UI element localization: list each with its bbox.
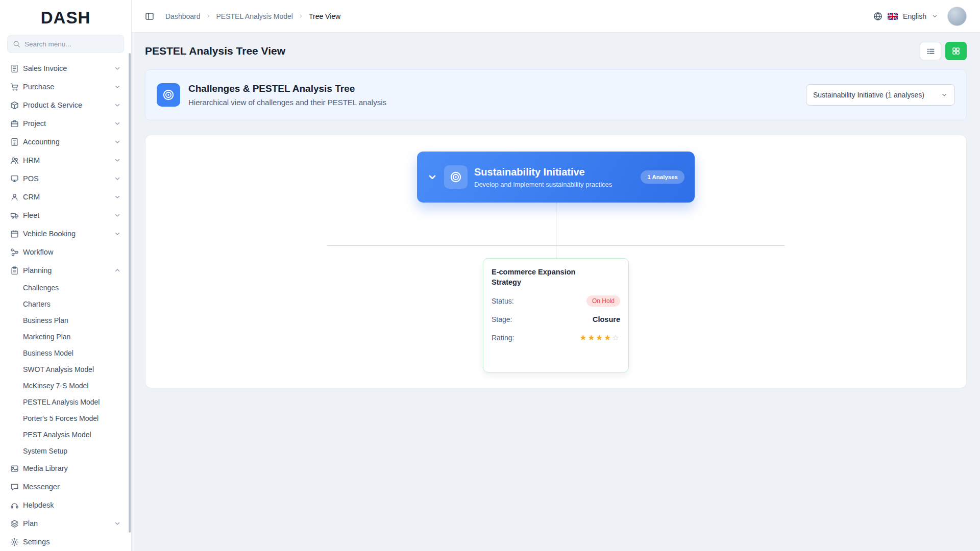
star-filled-icon: ★ (587, 333, 596, 342)
page-title: PESTEL Analysis Tree View (145, 45, 285, 57)
status-row: Status: On Hold (492, 295, 620, 307)
list-view-button[interactable] (920, 42, 941, 60)
sidebar-item-label: Accounting (23, 138, 60, 146)
sidebar-subitem-swot-analysis-model[interactable]: SWOT Analysis Model (4, 361, 127, 378)
sidebar-scrollbar[interactable] (129, 53, 131, 533)
rating-row: Rating: ★★★★☆ (492, 332, 620, 343)
sidebar-subitem-label: SWOT Analysis Model (23, 365, 94, 373)
sidebar-subitem-porter-s-5-forces-model[interactable]: Porter's 5 Forces Model (4, 410, 127, 427)
collapse-node-icon[interactable] (427, 172, 437, 182)
pos-icon (10, 174, 19, 183)
sidebar-item-planning[interactable]: Planning (4, 261, 127, 280)
page-content: PESTEL Analysis Tree View Challenges & P… (132, 33, 980, 551)
search-input[interactable] (24, 40, 118, 48)
sidebar-subitem-business-plan[interactable]: Business Plan (4, 312, 127, 329)
chevron-down-icon (114, 83, 121, 90)
sidebar-item-pos[interactable]: POS (4, 169, 127, 188)
analysis-select[interactable]: Sustainability Initiative (1 analyses) (806, 84, 955, 106)
sidebar-item-crm[interactable]: CRM (4, 188, 127, 206)
sidebar-subitem-label: Challenges (23, 284, 59, 292)
sidebar-subitem-pest-analysis-model[interactable]: PEST Analysis Model (4, 427, 127, 443)
node-title: Sustainability Initiative (474, 166, 612, 178)
breadcrumb-dashboard[interactable]: Dashboard (165, 12, 201, 20)
sidebar-item-sales-invoice[interactable]: Sales Invoice (4, 59, 127, 78)
search-icon (13, 40, 20, 48)
sidebar-item-label: POS (23, 174, 39, 183)
sidebar-item-label: CRM (23, 193, 40, 201)
sidebar-item-label: Planning (23, 266, 52, 274)
sidebar-item-helpdesk[interactable]: Helpdesk (4, 496, 127, 514)
sidebar: DASH Sales InvoicePurchaseProduct & Serv… (0, 0, 132, 551)
chevron-down-icon[interactable] (932, 13, 938, 19)
sidebar-subitem-charters[interactable]: Charters (4, 296, 127, 312)
sidebar-subitem-pestel-analysis-model[interactable]: PESTEL Analysis Model (4, 394, 127, 410)
sidebar-subitem-label: Marketing Plan (23, 333, 70, 341)
breadcrumb-pestel-analysis-model[interactable]: PESTEL Analysis Model (216, 12, 293, 20)
analysis-card-title: E-commerce Expansion Strategy (492, 267, 581, 287)
sidebar-item-purchase[interactable]: Purchase (4, 78, 127, 96)
sidebar-item-label: Product & Service (23, 101, 82, 109)
sidebar-item-label: Fleet (23, 211, 39, 219)
sidebar-item-plan[interactable]: Plan (4, 514, 127, 533)
chevron-right-icon (298, 13, 304, 19)
sidebar-subitem-label: Business Plan (23, 316, 68, 324)
tree-connector (556, 203, 556, 245)
chevron-down-icon (114, 120, 121, 127)
sidebar-subitem-mckinsey-7-s-model[interactable]: McKinsey 7-S Model (4, 378, 127, 394)
sidebar-subitem-label: Porter's 5 Forces Model (23, 414, 99, 422)
banner-text: Challenges & PESTEL Analysis Tree Hierar… (188, 83, 386, 107)
sidebar-subitem-business-model[interactable]: Business Model (4, 345, 127, 361)
status-badge: On Hold (586, 295, 620, 307)
analysis-card[interactable]: E-commerce Expansion Strategy Status: On… (483, 258, 629, 372)
sidebar-item-product-service[interactable]: Product & Service (4, 96, 127, 114)
sidebar-item-label: Settings (23, 538, 50, 546)
sidebar-subitem-system-setup[interactable]: System Setup (4, 443, 127, 459)
language-label[interactable]: English (903, 12, 926, 20)
chevron-down-icon (114, 138, 121, 145)
banner-subtitle: Hierarchical view of challenges and thei… (188, 98, 386, 107)
sidebar-item-fleet[interactable]: Fleet (4, 206, 127, 224)
chevron-up-icon (114, 267, 121, 274)
grid-view-button[interactable] (945, 42, 967, 60)
uk-flag-icon (888, 13, 898, 20)
page-header: PESTEL Analysis Tree View (145, 42, 967, 60)
sidebar-subitem-challenges[interactable]: Challenges (4, 280, 127, 296)
breadcrumb-tree-view: Tree View (309, 12, 340, 20)
sidebar-item-vehicle-booking[interactable]: Vehicle Booking (4, 224, 127, 243)
sidebar-subitem-marketing-plan[interactable]: Marketing Plan (4, 329, 127, 345)
app-logo: DASH (0, 0, 131, 34)
sidebar-item-project[interactable]: Project (4, 114, 127, 133)
chevron-down-icon (941, 91, 948, 98)
sidebar-item-label: Sales Invoice (23, 64, 67, 72)
sidebar-subitem-label: McKinsey 7-S Model (23, 382, 88, 390)
sidebar-item-accounting[interactable]: Accounting (4, 133, 127, 151)
topbar-right: English (873, 7, 967, 26)
analysis-select-value: Sustainability Initiative (1 analyses) (813, 91, 924, 99)
sidebar-item-hrm[interactable]: HRM (4, 151, 127, 169)
analyses-count-badge: 1 Analyses (641, 170, 684, 184)
star-filled-icon: ★ (596, 333, 604, 342)
sidebar-item-messenger[interactable]: Messenger (4, 478, 127, 496)
sidebar-item-label: Helpdesk (23, 501, 54, 509)
chevron-down-icon (114, 520, 121, 527)
sidebar-item-label: Media Library (23, 464, 68, 472)
sidebar-item-label: Project (23, 119, 46, 128)
user-avatar[interactable] (947, 7, 967, 26)
tree-root-node[interactable]: Sustainability Initiative Develop and im… (417, 152, 695, 203)
workflow-icon (10, 248, 19, 257)
chat-icon (10, 483, 19, 491)
globe-icon[interactable] (873, 12, 883, 21)
sidebar-item-workflow[interactable]: Workflow (4, 243, 127, 261)
grid-icon (952, 47, 960, 55)
sidebar-subitem-label: Business Model (23, 349, 74, 357)
sidebar-toggle-icon[interactable] (145, 12, 154, 21)
target-icon (444, 165, 468, 189)
box-icon (10, 101, 19, 110)
users-icon (10, 156, 19, 165)
rating-stars: ★★★★☆ (579, 334, 620, 342)
sidebar-item-settings[interactable]: Settings (4, 533, 127, 551)
star-filled-icon: ★ (604, 333, 612, 342)
menu-search[interactable] (7, 35, 124, 53)
sidebar-item-media-library[interactable]: Media Library (4, 459, 127, 478)
stage-value: Closure (593, 315, 620, 323)
